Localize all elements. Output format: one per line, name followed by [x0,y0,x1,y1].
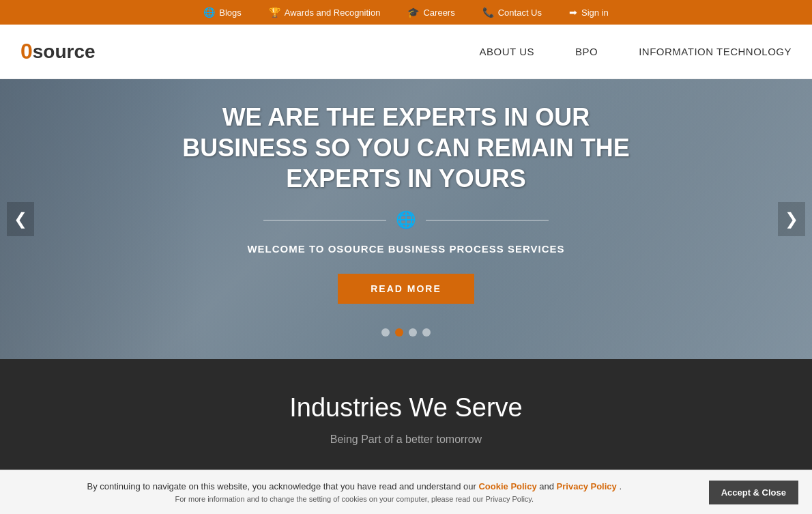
awards-icon: 🏆 [269,7,280,18]
cookie-text: By continuing to navigate on this websit… [14,480,695,490]
dot-3[interactable] [409,328,417,337]
privacy-policy-link[interactable]: Privacy Policy [557,481,617,490]
dot-4[interactable] [422,328,431,337]
contact-icon: 📞 [482,7,494,18]
nav-about[interactable]: ABOUT US [480,46,534,57]
cookie-and-text: and [539,481,556,490]
divider-line-right [426,220,549,220]
careers-label: Careers [423,8,454,18]
blogs-icon: 🌐 [203,7,215,18]
header: 0 source ABOUT US BPO INFORMATION TECHNO… [0,25,812,79]
cookie-policy-link[interactable]: Cookie Policy [478,481,536,490]
topbar-careers[interactable]: 🎓 Careers [407,7,454,18]
hero-content: WE ARE THE EXPERTS IN OUR BUSINESS SO YO… [147,102,665,337]
nav-bpo[interactable]: BPO [575,46,598,57]
signin-label: Sign in [581,8,609,18]
cookie-main-text: By continuing to navigate on this websit… [87,481,476,490]
industries-section: Industries We Serve Being Part of a bett… [0,359,812,487]
hero-subtitle: WELCOME TO OSOURCE BUSINESS PROCESS SERV… [160,243,652,255]
main-nav: ABOUT US BPO INFORMATION TECHNOLOGY [480,46,792,57]
blogs-label: Blogs [219,8,242,18]
cookie-notice: By continuing to navigate on this websit… [0,470,812,490]
carousel-prev[interactable]: ❮ [7,202,34,236]
globe-icon: 🌐 [396,210,416,229]
cookie-main-line: By continuing to navigate on this websit… [14,480,695,490]
carousel-next[interactable]: ❯ [778,202,805,236]
topbar-awards[interactable]: 🏆 Awards and Recognition [269,7,381,18]
read-more-button[interactable]: READ MORE [338,274,474,304]
cookie-accept-button[interactable]: Accept & Close [709,481,798,491]
dot-2[interactable] [395,328,403,337]
dot-1[interactable] [381,328,390,337]
signin-icon: ➡ [569,7,577,18]
contact-label: Contact Us [498,8,542,18]
logo[interactable]: 0 source [20,39,96,64]
hero-section: ❮ WE ARE THE EXPERTS IN OUR BUSINESS SO … [0,79,812,359]
top-bar: 🌐 Blogs 🏆 Awards and Recognition 🎓 Caree… [0,0,812,25]
cookie-period: . [619,481,622,490]
topbar-blogs[interactable]: 🌐 Blogs [203,7,242,18]
hero-title: WE ARE THE EXPERTS IN OUR BUSINESS SO YO… [160,102,652,194]
carousel-dots [160,328,652,337]
industries-title: Industries We Serve [27,393,785,423]
divider-line-left [263,220,386,220]
careers-icon: 🎓 [407,7,419,18]
awards-label: Awards and Recognition [285,8,381,18]
topbar-contact[interactable]: 📞 Contact Us [482,7,542,18]
topbar-signin[interactable]: ➡ Sign in [569,7,609,18]
logo-o: 0 [20,39,33,64]
logo-source: source [33,41,96,63]
hero-divider: 🌐 [160,210,652,229]
nav-it[interactable]: INFORMATION TECHNOLOGY [639,46,792,57]
industries-subtitle: Being Part of a better tomorrow [27,433,785,446]
